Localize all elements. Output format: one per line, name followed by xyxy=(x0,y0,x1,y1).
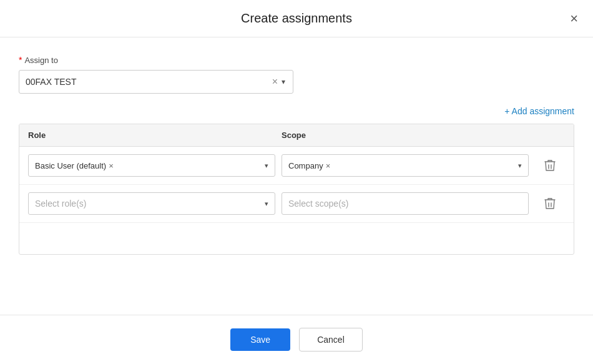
add-assignment-row: + Add assignment xyxy=(19,104,574,119)
table-header: Role Scope xyxy=(19,124,574,147)
assign-to-clear-button[interactable]: × xyxy=(270,77,280,87)
role-tag-clear-row1[interactable]: × xyxy=(109,162,114,170)
trash-icon xyxy=(544,197,556,210)
delete-row2-button[interactable] xyxy=(535,195,565,212)
trash-icon xyxy=(544,159,556,172)
scope-select-row2[interactable]: Select scope(s) xyxy=(282,192,529,215)
close-button[interactable]: × xyxy=(567,9,581,28)
role-tag-value-row1: Basic User (default) xyxy=(35,161,106,170)
scope-tag-value-row1: Company xyxy=(288,161,323,170)
scope-select-row1[interactable]: Company × ▾ xyxy=(282,154,529,177)
role-select-row1[interactable]: Basic User (default) × ▾ xyxy=(28,154,275,177)
save-button[interactable]: Save xyxy=(230,328,290,351)
scope-tag-row1: Company × xyxy=(288,161,330,170)
role-select-row2[interactable]: Select role(s) ▾ xyxy=(28,192,275,215)
actions-column-header xyxy=(535,130,565,140)
scope-column-header: Scope xyxy=(282,130,535,140)
cancel-button[interactable]: Cancel xyxy=(299,328,363,352)
table-row: Select role(s) ▾ Select scope(s) xyxy=(19,185,574,223)
role-placeholder-row2: Select role(s) xyxy=(35,199,265,209)
modal-body: * Assign to 00FAX TEST × ▾ + Add assignm… xyxy=(0,37,593,315)
table-empty-row xyxy=(19,223,574,254)
role-dropdown-arrow-row1: ▾ xyxy=(265,162,268,170)
assign-to-label: * Assign to xyxy=(19,55,574,65)
modal-title: Create assignments xyxy=(241,11,352,26)
modal-footer: Save Cancel xyxy=(0,315,593,364)
assign-to-input[interactable]: 00FAX TEST × ▾ xyxy=(19,70,293,94)
assign-to-dropdown-button[interactable]: ▾ xyxy=(280,78,287,86)
scope-dropdown-arrow-row1: ▾ xyxy=(518,162,522,170)
role-column-header: Role xyxy=(28,130,282,140)
required-indicator: * xyxy=(19,55,22,65)
assign-to-wrapper: 00FAX TEST × ▾ xyxy=(19,70,293,94)
assign-to-label-text: Assign to xyxy=(24,56,57,65)
modal-header: Create assignments × xyxy=(0,0,593,37)
scope-tag-clear-row1[interactable]: × xyxy=(326,162,331,170)
role-tag-row1: Basic User (default) × xyxy=(35,161,114,170)
role-dropdown-arrow-row2: ▾ xyxy=(265,200,268,208)
assign-to-value: 00FAX TEST xyxy=(26,77,270,87)
table-row: Basic User (default) × ▾ Company × ▾ xyxy=(19,147,574,185)
assignments-table: Role Scope Basic User (default) × ▾ Comp… xyxy=(19,124,574,255)
add-assignment-button[interactable]: + Add assignment xyxy=(504,104,574,119)
modal: Create assignments × * Assign to 00FAX T… xyxy=(0,0,593,364)
assign-to-section: * Assign to 00FAX TEST × ▾ xyxy=(19,55,574,94)
scope-placeholder-row2: Select scope(s) xyxy=(288,199,522,209)
delete-row1-button[interactable] xyxy=(535,157,565,174)
